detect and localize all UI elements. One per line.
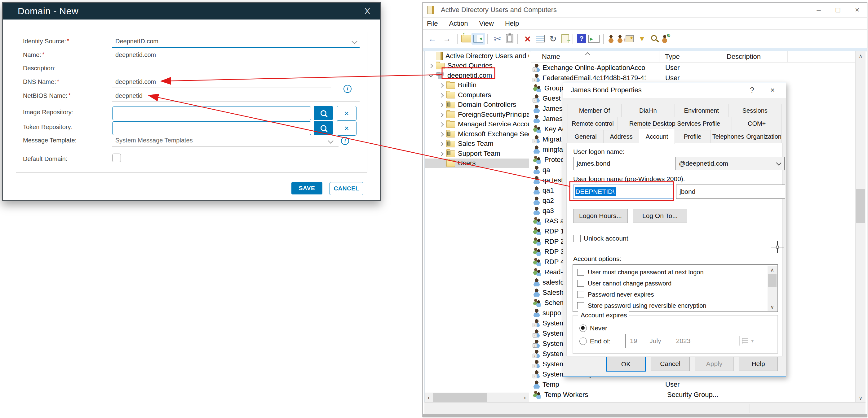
image-repository-input[interactable] (112, 106, 311, 120)
toolbar-icon[interactable] (473, 35, 483, 43)
calendar-dropdown-button[interactable]: ▼ (739, 336, 757, 346)
expander-icon[interactable] (437, 140, 446, 147)
tree-item[interactable]: deepnetid.com (425, 71, 529, 80)
unlock-account-checkbox[interactable] (573, 235, 581, 242)
message-template-select[interactable]: System Message Templates (115, 137, 193, 144)
dialog-button[interactable]: OK (606, 357, 646, 372)
tab[interactable]: Profile (675, 130, 711, 143)
expander-icon[interactable] (437, 160, 446, 167)
toolbar-icon[interactable]: → (441, 33, 453, 45)
minimize-icon[interactable]: – (809, 3, 828, 17)
scrollbar-thumb[interactable] (856, 189, 865, 223)
user-logon-name-input[interactable]: james.bond (573, 157, 677, 170)
expander-icon[interactable] (437, 81, 446, 89)
tab[interactable]: Member Of (568, 104, 622, 117)
toolbar-icon[interactable] (461, 35, 471, 42)
option-checkbox[interactable] (577, 291, 584, 298)
toolbar-icon[interactable]: ? (577, 34, 586, 43)
identity-source-select[interactable]: DeepnetID.com (115, 38, 158, 45)
options-scrollbar[interactable]: ∧ ∨ (768, 266, 777, 311)
column-header-name[interactable]: Name (531, 53, 659, 61)
expiry-date-picker[interactable]: 19 July 2023 ▼ (625, 334, 757, 348)
toolbar-icon[interactable] (603, 34, 604, 44)
cancel-button[interactable]: CANCEL (330, 182, 363, 195)
toolbar-icon[interactable]: × (521, 33, 534, 45)
help-icon[interactable]: ? (742, 83, 762, 97)
toolbar-icon[interactable]: ▶ (588, 35, 599, 43)
toolbar-icon[interactable]: ↻ (547, 33, 559, 45)
account-option[interactable]: Store password using reversible encrypti… (573, 300, 777, 311)
expander-icon[interactable] (427, 62, 436, 69)
log-on-to-button[interactable]: Log On To... (633, 209, 687, 223)
tab[interactable]: Address (603, 130, 639, 143)
scrollbar-thumb[interactable] (768, 274, 777, 287)
toolbar-icon[interactable] (457, 34, 458, 44)
tab[interactable]: Dial-in (621, 104, 675, 117)
expander-icon[interactable] (437, 130, 446, 138)
tree-item[interactable]: Managed Service Accounts (425, 119, 529, 130)
end-of-radio[interactable] (579, 338, 587, 345)
toolbar-icon[interactable] (517, 34, 518, 44)
column-header-description[interactable]: Description (719, 51, 787, 62)
scroll-down-icon[interactable]: ∨ (856, 393, 866, 403)
menu-item[interactable]: File (427, 20, 438, 28)
tab[interactable]: Organization (746, 130, 782, 143)
dns-name-input[interactable]: deepnetid.com (115, 78, 156, 85)
account-options-listbox[interactable]: User must change password at next logon … (572, 265, 778, 312)
tab[interactable]: General (568, 130, 603, 143)
tree-item[interactable]: Active Directory Users and Computers (425, 51, 529, 61)
scroll-down-icon[interactable]: ∨ (768, 303, 777, 311)
chevron-down-icon[interactable] (351, 38, 357, 44)
name-input[interactable]: deepnetid.com (115, 51, 156, 59)
toolbar-icon[interactable] (608, 35, 614, 43)
toolbar-icon[interactable]: ✂ (491, 33, 504, 45)
close-icon[interactable]: X (364, 6, 370, 16)
tree-item[interactable]: Builtin (425, 80, 529, 91)
image-repository-search-button[interactable] (314, 106, 333, 120)
pre2000-user-input[interactable]: jbond (676, 184, 785, 199)
toolbar-icon[interactable] (506, 34, 514, 43)
tree-item[interactable]: Computers (425, 90, 529, 100)
toolbar-icon[interactable] (572, 34, 573, 44)
tab[interactable]: Remote control (568, 117, 618, 130)
list-vertical-scrollbar[interactable]: ∧ ∨ (855, 51, 866, 403)
token-repository-input[interactable] (112, 121, 311, 135)
scroll-left-icon[interactable]: ‹ (425, 394, 433, 401)
option-checkbox[interactable] (577, 280, 584, 287)
save-button[interactable]: SAVE (291, 182, 322, 195)
list-item[interactable]: Temp Workers Security Group... (531, 389, 866, 400)
close-icon[interactable]: × (847, 3, 867, 17)
expander-icon[interactable] (427, 72, 436, 79)
list-item[interactable]: Temp User (531, 379, 866, 389)
column-header-type[interactable]: Type (659, 51, 719, 62)
menu-item[interactable]: Action (449, 20, 468, 28)
menu-item[interactable]: Help (505, 20, 519, 28)
tree-item[interactable]: Saved Queries (425, 61, 529, 71)
tab[interactable]: Remote Desktop Services Profile (618, 117, 732, 130)
tree-horizontal-scrollbar[interactable]: ‹ › (425, 393, 529, 402)
netbios-name-input[interactable]: deepnetid (115, 92, 143, 99)
expander-icon[interactable] (437, 120, 446, 128)
pre2000-domain-input[interactable]: DEEPNETID\ (573, 184, 674, 199)
default-domain-checkbox[interactable] (112, 153, 121, 162)
dialog-button[interactable]: Apply (695, 357, 734, 371)
toolbar-icon[interactable] (536, 35, 545, 42)
menu-item[interactable]: View (479, 20, 494, 28)
expander-icon[interactable] (437, 150, 446, 157)
tab[interactable]: Telephones (710, 130, 746, 143)
toolbar-icon[interactable] (561, 34, 569, 43)
toolbar-icon[interactable] (487, 34, 488, 44)
logon-hours-button[interactable]: Logon Hours... (573, 209, 628, 223)
account-option[interactable]: User cannot change password (573, 278, 777, 289)
token-repository-search-button[interactable] (314, 121, 333, 135)
close-icon[interactable]: × (762, 83, 783, 97)
dialog-button[interactable]: Cancel (651, 357, 690, 371)
chevron-down-icon[interactable] (328, 138, 333, 143)
toolbar-icon[interactable]: ★ (626, 35, 633, 42)
scroll-up-icon[interactable]: ∧ (856, 51, 866, 60)
tab[interactable]: Sessions (728, 104, 782, 117)
tab[interactable]: COM+ (732, 117, 782, 130)
option-checkbox[interactable] (577, 302, 584, 309)
maximize-icon[interactable]: □ (828, 3, 847, 17)
toolbar-icon[interactable] (661, 35, 668, 43)
